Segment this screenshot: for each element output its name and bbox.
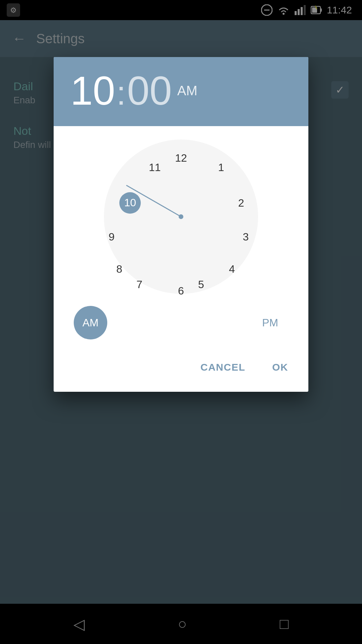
clock-num-7[interactable]: 7 — [136, 278, 142, 291]
am-label: AM — [82, 317, 99, 329]
dialog-actions: CANCEL OK — [54, 350, 308, 392]
ok-button[interactable]: OK — [265, 356, 295, 378]
clock-num-9[interactable]: 9 — [109, 230, 115, 243]
time-hour[interactable]: 10 — [70, 70, 115, 111]
time-header: 10 : 00 AM — [54, 57, 308, 126]
am-button[interactable]: AM — [74, 306, 107, 339]
clock-num-4[interactable]: 4 — [229, 263, 235, 275]
clock-area[interactable]: 12 1 2 3 4 5 6 7 8 9 10 — [54, 126, 308, 350]
time-minutes[interactable]: 00 — [127, 70, 172, 111]
dialog-overlay: 10 : 00 AM — [0, 0, 362, 644]
clock-num-3[interactable]: 3 — [243, 230, 249, 243]
time-ampm: AM — [177, 83, 197, 98]
clock-num-1[interactable]: 1 — [218, 161, 224, 173]
clock-num-2[interactable]: 2 — [238, 197, 244, 209]
pm-button[interactable]: PM — [262, 317, 278, 329]
clock-num-8[interactable]: 8 — [116, 263, 122, 275]
ampm-row: AM PM — [70, 306, 292, 339]
clock-face[interactable]: 12 1 2 3 4 5 6 7 8 9 10 — [104, 140, 258, 294]
clock-num-11[interactable]: 11 — [149, 161, 161, 173]
cancel-button[interactable]: CANCEL — [194, 356, 252, 378]
clock-num-5[interactable]: 5 — [198, 278, 204, 291]
time-colon: : — [116, 76, 126, 110]
time-picker-dialog: 10 : 00 AM — [54, 57, 308, 392]
clock-num-10[interactable]: 10 — [119, 192, 141, 214]
clock-num-12[interactable]: 12 — [175, 152, 187, 164]
clock-num-6[interactable]: 6 — [178, 284, 184, 297]
